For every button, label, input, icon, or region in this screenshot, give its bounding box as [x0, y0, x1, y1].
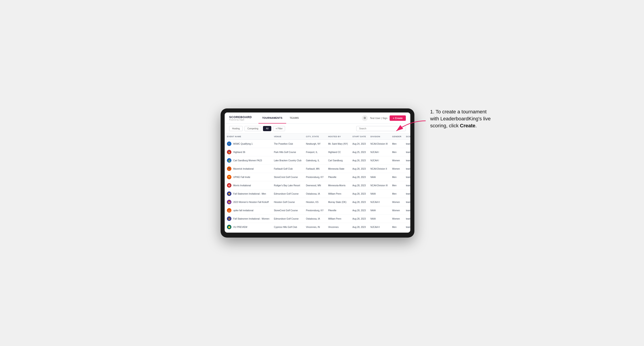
cell-venue: The Powelton Club	[272, 140, 304, 148]
cell-venue: Kokopelli Golf Club	[272, 231, 304, 233]
cell-gender: Women	[390, 215, 404, 223]
cell-gender: Men	[390, 223, 404, 231]
cell-venue: Cypress Hills Golf Club	[272, 223, 304, 231]
col-start-date: START DATE	[350, 134, 368, 140]
table-row: 🎯 Morris Invitational Ruttger's Bay Lake…	[225, 181, 410, 190]
cell-city: Deerwood, MN	[304, 181, 326, 190]
table-header: EVENT NAME VENUE CITY, STATE HOSTED BY S…	[225, 134, 410, 140]
cell-hosted-by: William Penn	[326, 190, 350, 198]
cell-date: Aug 28, 2023	[350, 173, 368, 181]
cell-city: Hesston, KS	[304, 198, 326, 206]
cell-date: Aug 28, 2023	[350, 223, 368, 231]
cell-gender: Women	[390, 231, 404, 233]
cell-gender: Men	[390, 148, 404, 156]
logo-area: SCOREBOARD Powered by Clippit	[229, 115, 252, 121]
table-row: 🎪 Klash at Kokopelli Kokopelli Golf Club…	[225, 231, 410, 233]
nav-tab-teams[interactable]: TEAMS	[286, 113, 302, 124]
team-logo: 🏅	[227, 150, 232, 154]
cell-scoring: team, Stroke Play	[404, 231, 410, 233]
cell-venue: Edmundson Golf Course	[272, 215, 304, 223]
cell-scoring: team, Stroke Play	[404, 181, 410, 190]
table-row: 🐯 2023 Women's Hesston Fall Kickoff Hess…	[225, 198, 410, 206]
cell-division: NAIA	[368, 206, 390, 215]
team-logo: ⛳	[227, 158, 232, 163]
event-name-text: VU PREVIEW	[233, 226, 248, 228]
cell-gender: Men	[390, 173, 404, 181]
cell-city: Galesburg, IL	[304, 156, 326, 165]
cell-city: Prestonsburg, KY	[304, 173, 326, 181]
cell-event-name: 🦊 upike fall invitational	[225, 206, 272, 215]
cell-scoring: team, Stroke Play	[404, 173, 410, 181]
cell-division: NAIA	[368, 190, 390, 198]
cell-division: NJCAA II	[368, 198, 390, 206]
cell-city: Freeport, IL	[304, 148, 326, 156]
tournaments-table: EVENT NAME VENUE CITY, STATE HOSTED BY S…	[225, 134, 410, 233]
team-logo: 🦁	[227, 191, 232, 196]
cell-hosted-by: Minnesota-Morris	[326, 181, 350, 190]
cell-hosted-by: Minnesota State	[326, 165, 350, 173]
col-hosted-by: HOSTED BY	[326, 134, 350, 140]
cell-hosted-by: Murray State (OK)	[326, 198, 350, 206]
cell-gender: Women	[390, 198, 404, 206]
cell-scoring: team, Stroke Play	[404, 206, 410, 215]
event-name-text: Morris Invitational	[233, 184, 251, 187]
cell-city: Vincennes, IN	[304, 223, 326, 231]
cell-city: Prestonsburg, KY	[304, 206, 326, 215]
cell-division: NJCAA II	[368, 223, 390, 231]
tablet-frame: SCOREBOARD Powered by Clippit TOURNAMENT…	[220, 108, 414, 238]
cell-city: Faribault, MN	[304, 165, 326, 173]
cell-venue: Lake Bracken Country Club	[272, 156, 304, 165]
cell-gender: Women	[390, 206, 404, 215]
cell-gender: Men	[390, 190, 404, 198]
cell-date: Aug 28, 2023	[350, 165, 368, 173]
team-logo: 🐻	[227, 216, 232, 221]
nav-tab-tournaments[interactable]: TOURNAMENTS	[258, 113, 286, 124]
cell-date: Aug 28, 2023	[350, 190, 368, 198]
cell-scoring: team, Stroke Play	[404, 190, 410, 198]
cell-city: Marion, IL	[304, 231, 326, 233]
table-row: 🐻 Fall Statesmen Invitational - Women Ed…	[225, 215, 410, 223]
cell-hosted-by: Vincennes	[326, 223, 350, 231]
col-division: DIVISION	[368, 134, 390, 140]
cell-scoring: team, Stroke Play	[404, 140, 410, 148]
cell-event-name: 🦅 Maverick Invitational	[225, 165, 272, 173]
event-name-text: Fall Statesmen Invitational - Men	[233, 192, 266, 195]
cell-date: Aug 28, 2023	[350, 181, 368, 190]
all-filter-btn[interactable]: All	[263, 126, 271, 131]
hosting-filter-btn[interactable]: Hosting	[229, 126, 243, 131]
cell-venue: Edmundson Golf Course	[272, 190, 304, 198]
team-logo: 🌟	[227, 225, 232, 229]
table-row: 🦁 Fall Statesmen Invitational - Men Edmu…	[225, 190, 410, 198]
team-logo: 🐯	[227, 200, 232, 204]
cell-venue: StoneCrest Golf Course	[272, 173, 304, 181]
cell-scoring: team, Stroke Play	[404, 198, 410, 206]
cell-city: Oskaloosa, IA	[304, 190, 326, 198]
event-name-text: Fall Statesmen Invitational - Women	[233, 217, 269, 220]
table-row: 🏅 Highland 36 Park Hills Golf Course Fre…	[225, 148, 410, 156]
cell-scoring: team, Stroke Play	[404, 223, 410, 231]
filter-bar: Hosting Competing All ≡ Filter	[225, 124, 410, 134]
cell-division: NCAA Division III	[368, 181, 390, 190]
cell-city: Newburgh, NY	[304, 140, 326, 148]
cell-date: Aug 24, 2023	[350, 140, 368, 148]
cell-venue: StoneCrest Golf Course	[272, 206, 304, 215]
team-logo: 🏆	[227, 175, 232, 179]
cell-hosted-by: Mt. Saint Mary (NY)	[326, 140, 350, 148]
cell-division: NAIA	[368, 173, 390, 181]
cell-scoring: team, Stroke Play	[404, 165, 410, 173]
team-logo: 🎯	[227, 183, 232, 188]
table-row: 🏌 MSMC Qualifying 1 The Powelton Club Ne…	[225, 140, 410, 148]
cell-date: Aug 28, 2023	[350, 231, 368, 233]
cell-division: NAIA	[368, 215, 390, 223]
cell-date: Aug 28, 2023	[350, 198, 368, 206]
filter-icon-btn[interactable]: ≡ Filter	[273, 126, 285, 131]
cell-scoring: team, Stroke Play	[404, 215, 410, 223]
app-header: SCOREBOARD Powered by Clippit TOURNAMENT…	[225, 113, 410, 124]
competing-filter-btn[interactable]: Competing	[244, 126, 261, 131]
settings-icon[interactable]: ⚙	[362, 115, 368, 121]
event-name-text: Highland 36	[233, 151, 245, 154]
event-name-text: UPIKE Fall Invite	[233, 176, 250, 178]
cell-hosted-by: Highland CC	[326, 148, 350, 156]
cell-event-name: 🏆 UPIKE Fall Invite	[225, 173, 272, 181]
cell-gender: Men	[390, 140, 404, 148]
